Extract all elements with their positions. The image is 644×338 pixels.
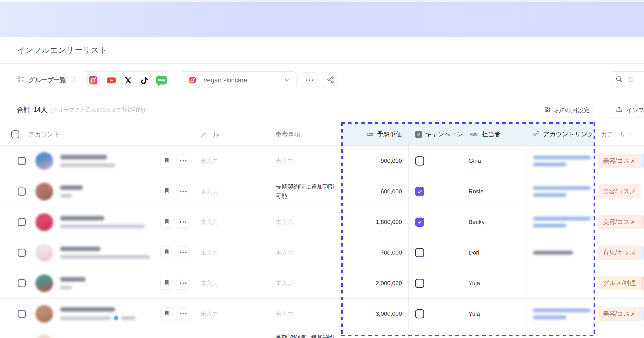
cell-price[interactable]: 3,000,000 bbox=[343, 299, 409, 329]
platform-youtube-icon[interactable] bbox=[106, 75, 116, 85]
select-all-checkbox[interactable] bbox=[11, 130, 19, 138]
cell-manager[interactable]: Dori bbox=[462, 237, 526, 268]
cell-account-link[interactable] bbox=[526, 237, 594, 268]
column-header-category[interactable]: カテゴリー bbox=[594, 123, 644, 145]
bookmark-button[interactable] bbox=[160, 216, 173, 229]
link-type-icon bbox=[533, 130, 540, 139]
cell-price[interactable]: 600,000 bbox=[343, 176, 409, 207]
platform-instagram-icon[interactable] bbox=[86, 74, 100, 87]
cell-email[interactable]: 未入力 bbox=[194, 237, 269, 268]
title-bar: インフルエンサーリスト bbox=[0, 37, 644, 64]
cell-email[interactable]: 未入力 bbox=[194, 176, 269, 207]
cell-account-link[interactable] bbox=[526, 268, 594, 298]
toolbar: グループ一覧 / blog vegan skincare bbox=[0, 64, 644, 97]
cell-manager[interactable]: Yuja bbox=[462, 299, 526, 329]
cell-manager[interactable]: Yuja bbox=[462, 268, 526, 298]
memo-value: 未入力 bbox=[276, 249, 293, 257]
cell-manager[interactable]: Becky bbox=[462, 207, 526, 237]
cell-campaign[interactable] bbox=[409, 268, 462, 298]
cell-category[interactable]: 美容/コスメ bbox=[594, 146, 644, 176]
cell-campaign[interactable] bbox=[409, 146, 462, 176]
group-list-button[interactable]: グループ一覧 bbox=[17, 76, 66, 85]
row-checkbox[interactable] bbox=[18, 218, 26, 226]
cell-account-link[interactable] bbox=[526, 299, 594, 329]
more-options-button[interactable] bbox=[302, 72, 317, 88]
bookmark-button[interactable] bbox=[160, 246, 173, 259]
platform-tiktok-icon[interactable] bbox=[140, 75, 150, 85]
row-checkbox[interactable] bbox=[18, 249, 26, 257]
cell-email[interactable]: 未入力 bbox=[194, 268, 269, 298]
row-more-button[interactable] bbox=[177, 246, 189, 259]
column-header-campaign[interactable]: キャンペーン bbox=[409, 123, 462, 145]
row-more-button[interactable] bbox=[177, 277, 189, 290]
platform-x-icon[interactable] bbox=[123, 75, 133, 85]
campaign-checkbox[interactable] bbox=[415, 156, 424, 166]
row-checkbox[interactable] bbox=[18, 279, 26, 287]
share-button[interactable] bbox=[323, 72, 338, 88]
cell-email[interactable]: 未入力 bbox=[194, 146, 269, 176]
ellipsis-icon bbox=[180, 313, 186, 314]
bookmark-button[interactable] bbox=[160, 307, 173, 320]
account-link-blurred bbox=[533, 217, 591, 227]
row-checkbox[interactable] bbox=[18, 310, 26, 318]
cell-memo[interactable]: 未入力 bbox=[269, 299, 343, 329]
cell-memo[interactable]: 未入力 bbox=[269, 237, 343, 268]
cell-category[interactable]: 育児/キッズ bbox=[594, 237, 644, 268]
cell-email[interactable]: 未入力 bbox=[194, 299, 269, 329]
cell-account-link[interactable] bbox=[526, 146, 594, 176]
cell-campaign[interactable] bbox=[409, 176, 462, 207]
column-header-link[interactable]: アカウントリンク bbox=[526, 123, 594, 145]
row-more-button[interactable] bbox=[177, 216, 189, 229]
cell-price[interactable]: 2,000,000 bbox=[343, 268, 409, 298]
cell-category[interactable]: グルメ/料理 bbox=[594, 268, 644, 298]
cell-price[interactable]: 900,000 bbox=[343, 146, 409, 176]
search-placeholder: ID、 bbox=[627, 75, 640, 84]
cell-category[interactable]: 美容/コスメ bbox=[594, 207, 644, 237]
cell-price[interactable]: 700,000 bbox=[343, 237, 409, 268]
row-more-button[interactable] bbox=[177, 307, 189, 320]
cell-price[interactable]: 1,800,000 bbox=[343, 207, 409, 237]
cell-memo[interactable]: 未入力 bbox=[269, 268, 343, 298]
row-checkbox[interactable] bbox=[18, 157, 26, 165]
influencer-export-button[interactable]: インフル bbox=[605, 103, 644, 117]
cell-memo[interactable]: 長期契約時に追加割引可能 bbox=[269, 176, 343, 207]
cell-category[interactable]: 美容/コスメ bbox=[594, 176, 644, 207]
campaign-checkbox[interactable] bbox=[415, 248, 424, 257]
cell-account-link[interactable] bbox=[526, 176, 594, 207]
row-more-button[interactable] bbox=[177, 155, 189, 167]
bookmark-button[interactable] bbox=[160, 185, 173, 198]
campaign-checkbox[interactable] bbox=[415, 309, 424, 318]
column-header-email[interactable]: メール bbox=[194, 123, 269, 145]
cell-email[interactable]: 未入力 bbox=[194, 207, 269, 237]
cell-account bbox=[0, 237, 194, 268]
cell-campaign[interactable] bbox=[409, 207, 462, 237]
campaign-checkbox[interactable] bbox=[415, 187, 424, 196]
cell-category[interactable]: 美容/コスメ bbox=[594, 299, 644, 329]
table-row: 未入力未入力900,000Gina美容/コスメ bbox=[0, 146, 644, 176]
bookmark-button[interactable] bbox=[160, 277, 173, 290]
cell-campaign[interactable] bbox=[409, 237, 462, 268]
search-input[interactable]: ID、 bbox=[610, 71, 644, 88]
cell-account-link[interactable] bbox=[526, 207, 594, 237]
row-checkbox[interactable] bbox=[18, 188, 26, 196]
avatar bbox=[35, 274, 53, 292]
cell-manager[interactable]: Gina bbox=[462, 146, 526, 176]
column-header-manager[interactable]: ABC担当者 bbox=[462, 123, 526, 145]
cell-memo[interactable]: 未入力 bbox=[269, 207, 343, 237]
column-header-account[interactable]: アカウント bbox=[0, 123, 194, 145]
account-name-blurred bbox=[60, 247, 100, 251]
platform-blog-icon[interactable]: blog bbox=[156, 75, 166, 85]
campaign-checkbox[interactable] bbox=[415, 218, 424, 227]
group-select-dropdown[interactable]: vegan skincare bbox=[180, 71, 297, 89]
price-value: 3,000,000 bbox=[376, 310, 402, 317]
bookmark-button[interactable] bbox=[160, 155, 173, 167]
row-more-button[interactable] bbox=[177, 185, 189, 198]
cell-memo[interactable]: 未入力 bbox=[269, 146, 343, 176]
cell-manager[interactable]: Rosie bbox=[462, 176, 526, 207]
cell-campaign[interactable] bbox=[409, 299, 462, 329]
table-column-settings-button[interactable]: 表の項目設定 bbox=[541, 103, 592, 117]
campaign-checkbox[interactable] bbox=[415, 279, 424, 288]
column-header-memo[interactable]: 参考事項 bbox=[269, 123, 343, 145]
column-header-price[interactable]: 123予想単価 bbox=[343, 123, 409, 145]
manager-value: Gina bbox=[469, 157, 481, 164]
